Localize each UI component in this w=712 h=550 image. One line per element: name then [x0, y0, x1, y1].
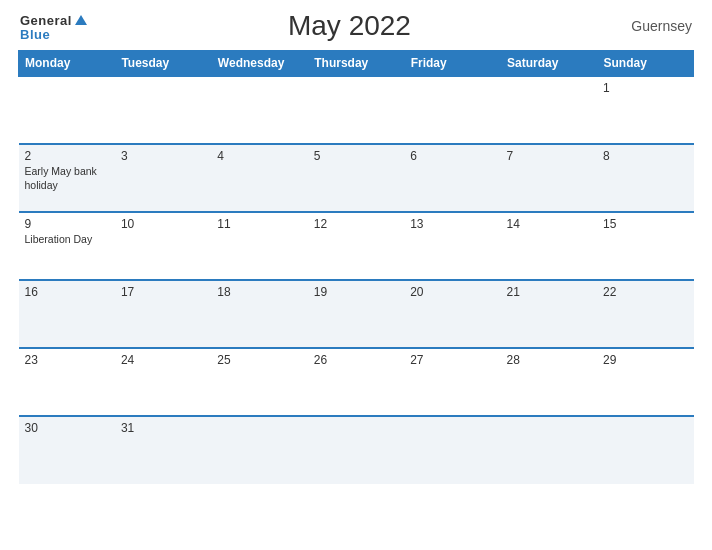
day-number: 30	[25, 421, 109, 435]
day-number: 27	[410, 353, 494, 367]
day-number: 14	[507, 217, 591, 231]
calendar-page: General Blue May 2022 Guernsey Monday Tu…	[0, 0, 712, 550]
calendar-day-cell: 19	[308, 280, 404, 348]
calendar-day-cell: 28	[501, 348, 597, 416]
day-number: 17	[121, 285, 205, 299]
calendar-day-cell: 7	[501, 144, 597, 212]
day-number: 24	[121, 353, 205, 367]
calendar-day-cell: 27	[404, 348, 500, 416]
calendar-day-cell: 21	[501, 280, 597, 348]
calendar-day-cell: 20	[404, 280, 500, 348]
day-number: 23	[25, 353, 109, 367]
calendar-day-cell: 13	[404, 212, 500, 280]
calendar-day-cell: 12	[308, 212, 404, 280]
calendar-day-cell: 1	[597, 76, 693, 144]
calendar-day-cell	[404, 76, 500, 144]
day-number: 7	[507, 149, 591, 163]
day-number: 12	[314, 217, 398, 231]
day-number: 9	[25, 217, 109, 231]
day-number: 31	[121, 421, 205, 435]
day-event: Liberation Day	[25, 233, 109, 247]
day-number: 18	[217, 285, 301, 299]
day-number: 1	[603, 81, 687, 95]
day-number: 20	[410, 285, 494, 299]
calendar-day-cell: 14	[501, 212, 597, 280]
calendar-day-cell: 10	[115, 212, 211, 280]
logo-general: General	[20, 12, 87, 28]
day-number: 25	[217, 353, 301, 367]
day-number: 2	[25, 149, 109, 163]
col-tuesday: Tuesday	[115, 51, 211, 77]
calendar-header-row: Monday Tuesday Wednesday Thursday Friday…	[19, 51, 694, 77]
calendar-day-cell: 26	[308, 348, 404, 416]
logo: General Blue	[20, 12, 87, 41]
calendar-day-cell: 25	[211, 348, 307, 416]
day-number: 19	[314, 285, 398, 299]
calendar-day-cell: 2Early May bank holiday	[19, 144, 115, 212]
day-number: 13	[410, 217, 494, 231]
col-saturday: Saturday	[501, 51, 597, 77]
col-wednesday: Wednesday	[211, 51, 307, 77]
calendar-week-row: 2Early May bank holiday345678	[19, 144, 694, 212]
calendar-title: May 2022	[87, 10, 612, 42]
day-number: 21	[507, 285, 591, 299]
col-sunday: Sunday	[597, 51, 693, 77]
region-label: Guernsey	[612, 18, 692, 34]
calendar-day-cell: 23	[19, 348, 115, 416]
day-number: 26	[314, 353, 398, 367]
calendar-day-cell	[308, 76, 404, 144]
day-number: 29	[603, 353, 687, 367]
calendar-day-cell: 11	[211, 212, 307, 280]
calendar-day-cell: 29	[597, 348, 693, 416]
calendar-day-cell: 6	[404, 144, 500, 212]
calendar-week-row: 3031	[19, 416, 694, 484]
calendar-day-cell: 17	[115, 280, 211, 348]
calendar-day-cell	[501, 76, 597, 144]
calendar-day-cell	[404, 416, 500, 484]
day-number: 28	[507, 353, 591, 367]
calendar-day-cell: 24	[115, 348, 211, 416]
calendar-week-row: 1	[19, 76, 694, 144]
col-thursday: Thursday	[308, 51, 404, 77]
calendar-day-cell: 31	[115, 416, 211, 484]
calendar-day-cell: 4	[211, 144, 307, 212]
day-number: 15	[603, 217, 687, 231]
day-number: 16	[25, 285, 109, 299]
calendar-day-cell	[211, 76, 307, 144]
calendar-day-cell: 3	[115, 144, 211, 212]
logo-blue: Blue	[20, 28, 50, 41]
calendar-day-cell: 9Liberation Day	[19, 212, 115, 280]
calendar-table: Monday Tuesday Wednesday Thursday Friday…	[18, 50, 694, 484]
calendar-day-cell: 15	[597, 212, 693, 280]
day-number: 22	[603, 285, 687, 299]
day-number: 4	[217, 149, 301, 163]
calendar-day-cell: 16	[19, 280, 115, 348]
calendar-day-cell	[308, 416, 404, 484]
calendar-week-row: 9Liberation Day101112131415	[19, 212, 694, 280]
header: General Blue May 2022 Guernsey	[18, 10, 694, 42]
col-monday: Monday	[19, 51, 115, 77]
day-number: 3	[121, 149, 205, 163]
calendar-day-cell	[19, 76, 115, 144]
calendar-day-cell	[501, 416, 597, 484]
day-number: 10	[121, 217, 205, 231]
calendar-day-cell	[597, 416, 693, 484]
calendar-week-row: 16171819202122	[19, 280, 694, 348]
logo-triangle-icon	[75, 15, 87, 25]
calendar-day-cell: 8	[597, 144, 693, 212]
calendar-week-row: 23242526272829	[19, 348, 694, 416]
calendar-day-cell: 22	[597, 280, 693, 348]
day-number: 6	[410, 149, 494, 163]
calendar-day-cell: 18	[211, 280, 307, 348]
calendar-day-cell	[115, 76, 211, 144]
day-number: 11	[217, 217, 301, 231]
calendar-day-cell: 30	[19, 416, 115, 484]
calendar-day-cell: 5	[308, 144, 404, 212]
col-friday: Friday	[404, 51, 500, 77]
day-number: 8	[603, 149, 687, 163]
day-event: Early May bank holiday	[25, 165, 109, 192]
calendar-day-cell	[211, 416, 307, 484]
day-number: 5	[314, 149, 398, 163]
